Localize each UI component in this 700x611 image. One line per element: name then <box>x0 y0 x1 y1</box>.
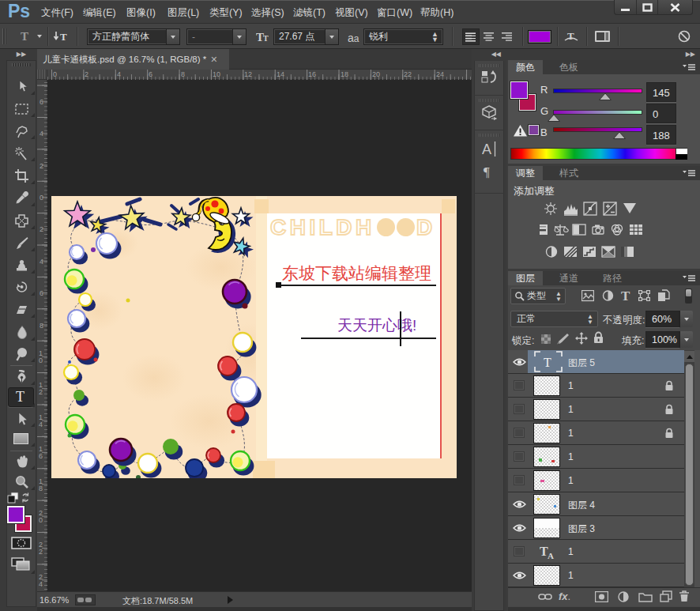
svg-text:A: A <box>482 141 491 157</box>
svg-text:T: T <box>263 34 269 43</box>
svg-text:T: T <box>621 289 630 302</box>
svg-text:T: T <box>544 356 551 369</box>
svg-text:T: T <box>567 30 574 42</box>
svg-text:A: A <box>548 551 554 560</box>
svg-text:T: T <box>60 31 67 43</box>
